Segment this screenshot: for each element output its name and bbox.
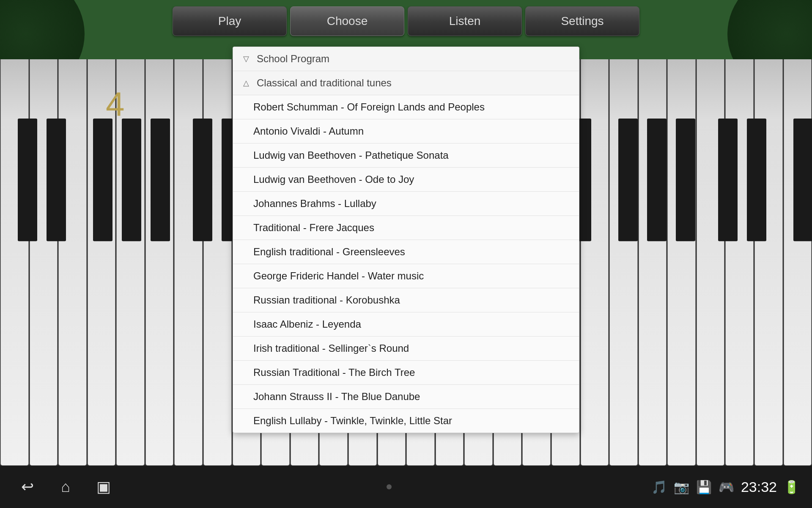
bottom-navigation-bar: ↩ ⌂ ▣ 🎵 📷 💾 🎮 23:32 🔋 xyxy=(0,466,812,508)
clock-display: 23:32 xyxy=(741,479,777,495)
settings-button[interactable]: Settings xyxy=(525,6,639,36)
recents-icon: ▣ xyxy=(96,478,111,496)
battery-icon: 🔋 xyxy=(784,480,799,494)
piano-key-white[interactable] xyxy=(30,59,58,466)
song-item[interactable]: Isaac Albeniz - Leyenda xyxy=(233,312,579,337)
piano-key-white[interactable] xyxy=(203,59,232,466)
piano-key-white[interactable] xyxy=(58,59,87,466)
song-selector-dropdown: ▽ School Program △ Classical and traditi… xyxy=(233,47,579,433)
song-item[interactable]: George Frideric Handel - Water music xyxy=(233,264,579,288)
top-navigation: Play Choose Listen Settings xyxy=(0,6,812,36)
home-button[interactable]: ⌂ xyxy=(51,472,80,502)
song-item[interactable]: Irish traditional - Sellinger`s Round xyxy=(233,337,579,361)
home-icon: ⌂ xyxy=(61,478,70,496)
song-item[interactable]: Robert Schumman - Of Foreign Lands and P… xyxy=(233,95,579,119)
listen-button[interactable]: Listen xyxy=(408,6,522,36)
song-item[interactable]: Johannes Brahms - Lullaby xyxy=(233,192,579,216)
song-item[interactable]: Russian Traditional - The Birch Tree xyxy=(233,361,579,385)
recents-button[interactable]: ▣ xyxy=(89,472,118,502)
bottom-right-area: 🎵 📷 💾 🎮 23:32 🔋 xyxy=(651,479,799,495)
song-item[interactable]: Ludwig van Beethoven - Pathetique Sonata xyxy=(233,144,579,168)
nav-dot xyxy=(387,484,392,489)
song-item[interactable]: Antonio Vivaldi - Autumn xyxy=(233,119,579,144)
chevron-up-icon: △ xyxy=(243,78,252,88)
piano-key-white[interactable] xyxy=(174,59,203,466)
note-number: 4 xyxy=(106,85,125,124)
game-icon: 🎮 xyxy=(719,480,734,494)
piano-key-white[interactable] xyxy=(725,59,754,466)
music-icon: 🎵 xyxy=(651,480,667,494)
save-icon: 💾 xyxy=(696,480,712,494)
song-item[interactable]: English traditional - Greensleeves xyxy=(233,240,579,264)
screenshot-icon: 📷 xyxy=(674,480,689,494)
piano-key-white[interactable] xyxy=(667,59,696,466)
choose-button[interactable]: Choose xyxy=(290,6,404,36)
piano-key-white[interactable] xyxy=(0,59,29,466)
bottom-center-area xyxy=(127,484,651,489)
piano-key-white[interactable] xyxy=(581,59,609,466)
category-school-program[interactable]: ▽ School Program xyxy=(233,47,579,71)
piano-key-white[interactable] xyxy=(639,59,667,466)
song-item[interactable]: Traditional - Frere Jacques xyxy=(233,216,579,240)
piano-key-white[interactable] xyxy=(754,59,783,466)
piano-key-white[interactable] xyxy=(784,59,812,466)
song-item[interactable]: Russian traditional - Korobushka xyxy=(233,288,579,312)
back-button[interactable]: ↩ xyxy=(13,472,42,502)
piano-key-white[interactable] xyxy=(609,59,638,466)
play-button[interactable]: Play xyxy=(173,6,287,36)
song-item[interactable]: Johann Strauss II - The Blue Danube xyxy=(233,385,579,409)
song-item[interactable]: English Lullaby - Twinkle, Twinkle, Litt… xyxy=(233,409,579,433)
category-classical-traditional[interactable]: △ Classical and traditional tunes xyxy=(233,71,579,95)
back-icon: ↩ xyxy=(21,478,34,496)
chevron-down-icon: ▽ xyxy=(243,54,252,64)
piano-key-white[interactable] xyxy=(145,59,174,466)
song-item[interactable]: Ludwig van Beethoven - Ode to Joy xyxy=(233,168,579,192)
piano-key-white[interactable] xyxy=(697,59,725,466)
